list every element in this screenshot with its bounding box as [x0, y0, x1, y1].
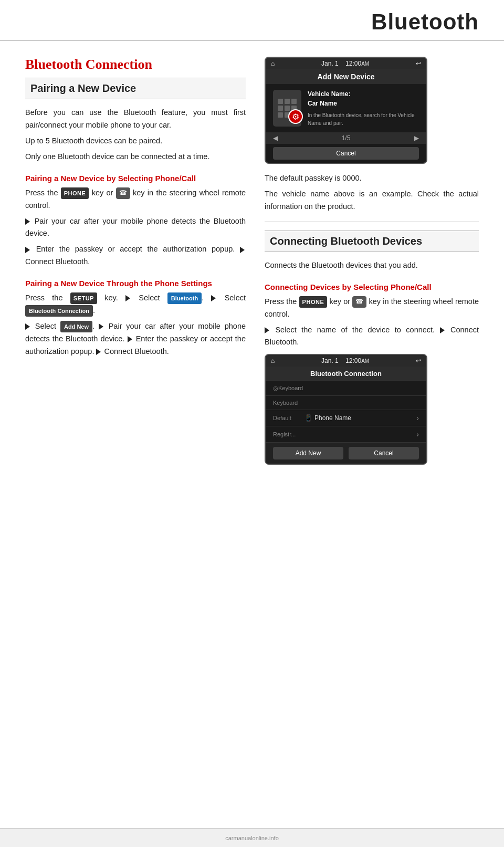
phone-dot	[278, 99, 283, 104]
content-area: Bluetooth Connection Pairing a New Devic…	[0, 41, 504, 480]
subheading1: Pairing a New Device by Selecting Phone/…	[25, 173, 246, 184]
subheading2-line2: Select Add New. Pair your car after your…	[25, 320, 246, 358]
section-heading: Bluetooth Connection	[25, 57, 246, 72]
page-header: Bluetooth	[0, 0, 504, 41]
bullet-arrow-2	[25, 247, 30, 253]
call-icon-1: ☎	[116, 187, 130, 199]
bullet-arrow-1	[25, 218, 30, 225]
bullet-arrow-6	[25, 323, 30, 330]
screen2-home-icon: ⌂	[271, 357, 275, 364]
connecting-box: Connecting Bluetooth Devices	[265, 231, 479, 252]
bullet-arrow-10	[265, 327, 269, 333]
phone-dot	[285, 99, 290, 104]
screen2-value-3: 📱 Phone Name	[304, 414, 416, 422]
screen1-datetime: Jan. 1 12:00AM	[321, 60, 369, 67]
screen1-nav: ◀ 1/5 ▶	[266, 132, 426, 144]
bullet-arrow-5	[211, 295, 216, 301]
left-column: Bluetooth Connection Pairing a New Devic…	[25, 57, 246, 465]
passkey-text: The default passkey is 0000. The vehicle…	[265, 172, 479, 213]
bullet-arrow-7	[99, 323, 103, 330]
screen2-label-2: Keyboard	[273, 400, 304, 406]
screen2-chevron-4: ›	[416, 430, 419, 438]
connecting-subheading: Connecting Devices by Selecting Phone/Ca…	[265, 281, 479, 292]
connecting-body: Press the PHONE key or ☎ key in the stee…	[265, 296, 479, 349]
pairing-box-title: Pairing a New Device	[30, 82, 136, 94]
screen2-list: ◎Keyboard Keyboard Default 📱 Phone Name …	[266, 381, 426, 443]
screen2-buttons: Add New Cancel	[266, 443, 426, 464]
passkey-line2: The vehicle name above is an example. Ch…	[265, 188, 479, 213]
intro-text: Before you can use the Bluetooth feature…	[25, 107, 246, 163]
screen1-body: ⚙ Vehicle Name: Car Name In the Bluetoot…	[266, 84, 426, 132]
divider	[265, 222, 479, 222]
phone-dot	[291, 99, 297, 104]
connecting-intro-text: Connects the Bluetooth devices that you …	[265, 259, 479, 272]
screen2-topbar: ⌂ Jan. 1 12:00AM ↩	[266, 355, 426, 367]
gear-overlay: ⚙	[288, 109, 303, 124]
phone-dot	[278, 106, 283, 111]
phone-key-2: PHONE	[299, 296, 328, 308]
connecting-box-title: Connecting Bluetooth Devices	[270, 235, 422, 247]
screen1-cancel: Cancel	[273, 147, 419, 160]
add-new-key: Add New	[60, 321, 92, 332]
screen1-nav-next: ▶	[414, 134, 419, 142]
vehicle-name-label: Vehicle Name:	[308, 89, 419, 99]
screen1-back-icon: ↩	[416, 60, 421, 67]
bullet-arrow-4	[125, 295, 130, 301]
bullet-arrow-8	[128, 336, 132, 342]
bullet-arrow-11	[440, 327, 445, 333]
phone-icon-mockup: ⚙	[273, 90, 301, 127]
screen1-nav-page: 1/5	[342, 134, 351, 142]
screen2-add-btn[interactable]: Add New	[273, 447, 343, 459]
screen1-topbar: ⌂ Jan. 1 12:00AM ↩	[266, 58, 426, 69]
subheading2-line1: Press the SETUP key. Select Bluetooth. S…	[25, 292, 246, 317]
screen2-cancel-btn[interactable]: Cancel	[349, 447, 419, 459]
intro-para-3: Only one Bluetooth device can be connect…	[25, 151, 246, 163]
screen2-label-1: ◎Keyboard	[273, 385, 304, 392]
footer: carmanualonline.info	[0, 828, 504, 847]
gear-icon: ⚙	[288, 109, 303, 124]
screen1-nav-prev: ◀	[273, 134, 278, 142]
screen1-title: Add New Device	[266, 69, 426, 84]
connecting-press: Press the PHONE key or ☎ key in the stee…	[265, 296, 479, 321]
screen2-row-4: Registr... ›	[266, 426, 426, 443]
screen-mockup-2: ⌂ Jan. 1 12:00AM ↩ Bluetooth Connection …	[265, 354, 427, 465]
connecting-intro: Connects the Bluetooth devices that you …	[265, 259, 479, 272]
setup-key: SETUP	[70, 292, 97, 304]
screen2-chevron-3: ›	[416, 414, 419, 422]
bullet-arrow-9	[96, 349, 101, 355]
passkey-line1: The default passkey is 0000.	[265, 172, 479, 185]
screen2-label-4: Registr...	[273, 431, 304, 437]
page-title: Bluetooth	[371, 9, 479, 35]
subheading1-body: Press the PHONE key or ☎ key in the stee…	[25, 187, 246, 269]
screen2-row-3: Default 📱 Phone Name ›	[266, 410, 426, 426]
bluetooth-key: Bluetooth	[167, 292, 202, 304]
screen2-title: Bluetooth Connection	[266, 367, 426, 381]
screen2-row-1: ◎Keyboard	[266, 381, 426, 396]
footer-text: carmanualonline.info	[225, 835, 279, 841]
phone-grid-wrapper: ⚙	[278, 99, 297, 118]
screen-mockup-1: ⌂ Jan. 1 12:00AM ↩ Add New Device	[265, 57, 427, 164]
subheading1-press: Press the PHONE key or ☎ key in the stee…	[25, 187, 246, 212]
phone-key-1: PHONE	[61, 187, 89, 199]
screen2-label-3: Default	[273, 415, 304, 421]
bullet1: Pair your car after your mobile phone de…	[25, 215, 246, 240]
screen2-back-icon: ↩	[416, 357, 421, 364]
bullet2: Enter the passkey or accept the authoriz…	[25, 243, 246, 268]
right-column: ⌂ Jan. 1 12:00AM ↩ Add New Device	[265, 57, 479, 465]
bullet-arrow-3	[240, 247, 245, 253]
vehicle-name-desc: In the Bluetooth device, search for the …	[308, 111, 419, 127]
screen2-datetime: Jan. 1 12:00AM	[321, 357, 369, 364]
phone-icon: 📱	[304, 414, 312, 422]
intro-para-1: Before you can use the Bluetooth feature…	[25, 107, 246, 132]
screen1-right-text: Vehicle Name: Car Name In the Bluetooth …	[308, 89, 419, 127]
pairing-new-device-box: Pairing a New Device	[25, 78, 246, 99]
phone-dot	[278, 112, 283, 118]
call-icon-2: ☎	[352, 296, 366, 308]
screen2-row-2: Keyboard	[266, 396, 426, 410]
connecting-bullet1: Select the name of the device to connect…	[265, 324, 479, 349]
vehicle-name-value: Car Name	[308, 99, 419, 108]
subheading2: Pairing a New Device Through the Phone S…	[25, 278, 246, 289]
subheading2-body: Press the SETUP key. Select Bluetooth. S…	[25, 292, 246, 358]
intro-para-2: Up to 5 Bluetooth devices can be paired.	[25, 135, 246, 148]
bt-connection-key: Bluetooth Connection	[25, 305, 93, 317]
